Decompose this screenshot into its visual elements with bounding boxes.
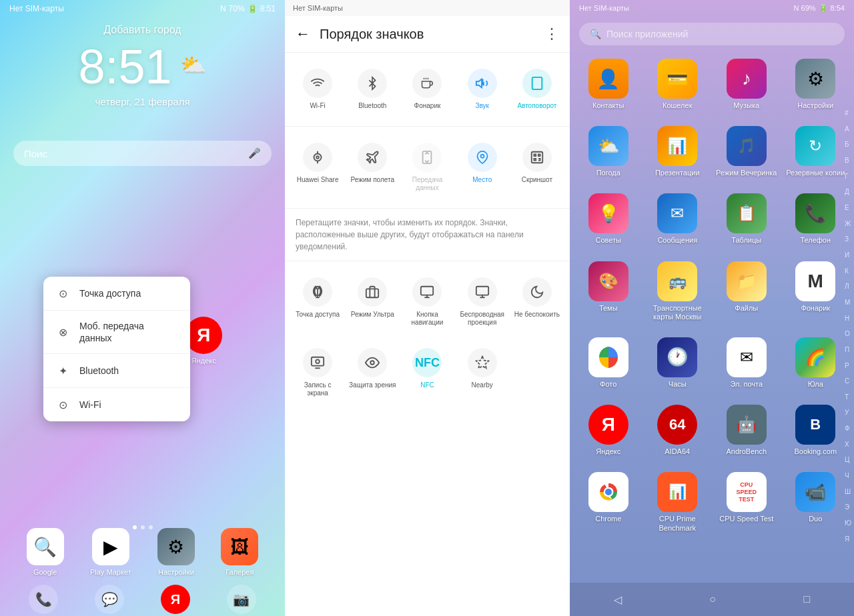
alpha-yu[interactable]: Ю [845, 519, 851, 527]
apps-search-bar[interactable]: 🔍 Поиск приложений [579, 23, 845, 45]
apps-back-btn[interactable]: ◁ [614, 593, 622, 606]
app-weather[interactable]: ⛅ Погода [575, 119, 642, 184]
app-cpu-prime[interactable]: 📊 CPU Prime Benchmark [645, 465, 711, 539]
alpha-p[interactable]: П [845, 346, 851, 353]
dock-google[interactable]: 🔍 Google [27, 528, 64, 576]
alpha-b[interactable]: Б [845, 141, 851, 148]
app-duo[interactable]: 📹 Duo [783, 465, 849, 539]
app-photos[interactable]: Фото [575, 331, 642, 395]
app-julia[interactable]: 🌈 Юла [783, 331, 849, 395]
qs-nav-key[interactable]: Кнопка навигации [400, 272, 454, 332]
app-email[interactable]: ✉ Эл. почта [713, 331, 780, 395]
alpha-sh[interactable]: Ш [845, 488, 851, 495]
alpha-kh[interactable]: Х [845, 441, 851, 448]
dock-gallery[interactable]: 🖼 Галерея [221, 528, 258, 576]
qs-autorotate[interactable]: Автоповорот [510, 63, 564, 115]
alpha-eh[interactable]: Э [845, 503, 851, 511]
alpha-g[interactable]: Г [845, 173, 851, 180]
qs-sound[interactable]: Звук [455, 63, 510, 115]
context-wifi[interactable]: ⊙ Wi-Fi [43, 388, 190, 421]
alpha-m[interactable]: М [845, 299, 851, 306]
context-mobile-data[interactable]: ⊗ Моб. передачаданных [43, 311, 190, 354]
qs-hotspot[interactable]: Точка доступа [290, 272, 345, 332]
data-transfer-icon [420, 150, 434, 165]
app-yandex-lock[interactable]: Я Яндекс [185, 317, 222, 373]
alpha-l[interactable]: Л [845, 283, 851, 290]
alpha-i[interactable]: И [845, 251, 851, 259]
qs-ultra[interactable]: Режим Ультра [345, 272, 400, 332]
app-settings-drawer[interactable]: ⚙ Настройки [783, 52, 849, 117]
alpha-u[interactable]: У [845, 409, 851, 416]
app-themes[interactable]: 🎨 Темы [575, 255, 642, 328]
app-messages[interactable]: ✉ Сообщения [645, 187, 711, 251]
dock-play[interactable]: ▶ Play Маркет [90, 528, 131, 576]
alpha-z[interactable]: З [845, 235, 851, 243]
app-phone[interactable]: 📞 Телефон [783, 187, 849, 251]
nav-camera-lock[interactable]: 📷 [227, 585, 256, 614]
alpha-n[interactable]: Н [845, 315, 851, 322]
mic-icon[interactable]: 🎤 [248, 147, 261, 159]
eye-protect-label: Защита зрения [349, 381, 396, 389]
alpha-zh[interactable]: Ж [845, 220, 851, 227]
qs-nearby[interactable]: Nearby [455, 343, 510, 403]
alpha-ch[interactable]: Ч [845, 472, 851, 479]
qs-flashlight[interactable]: Фонарик [400, 63, 454, 115]
alpha-r[interactable]: Р [845, 362, 851, 369]
alpha-t[interactable]: Т [845, 393, 851, 401]
app-chrome[interactable]: Chrome [575, 465, 642, 539]
more-button[interactable]: ⋮ [544, 25, 559, 43]
app-contacts[interactable]: 👤 Контакты [575, 52, 642, 117]
app-tables[interactable]: 📋 Таблицы [713, 187, 780, 251]
alpha-e[interactable]: Е [845, 204, 851, 211]
search-bar-lock[interactable]: Поис 🎤 [13, 141, 272, 166]
app-tips[interactable]: 💡 Советы [575, 187, 642, 251]
alpha-ya[interactable]: Я [845, 535, 851, 543]
app-presentations[interactable]: 📊 Презентации [645, 119, 711, 184]
alpha-d[interactable]: Д [845, 188, 851, 195]
app-cpu-speed[interactable]: CPUSPEEDTEST CPU Speed Test [713, 465, 780, 539]
qs-wireless-proj[interactable]: Беспроводная проекция [455, 272, 510, 332]
dock-settings[interactable]: ⚙ Настройки [157, 528, 195, 576]
qs-screenshot[interactable]: Скриншот [510, 137, 564, 197]
apps-home-btn[interactable]: ○ [709, 593, 716, 605]
qs-nfc[interactable]: NFC NFC [400, 343, 454, 403]
qs-data-transfer[interactable]: Передача данных [400, 137, 454, 197]
qs-eye-protect[interactable]: Защита зрения [345, 343, 400, 403]
app-booking[interactable]: B Booking.com [783, 398, 849, 463]
qs-airplane[interactable]: Режим полета [345, 137, 400, 197]
context-hotspot[interactable]: ⊙ Точка доступа [43, 277, 190, 311]
hotspot-qs-label: Точка доступа [296, 311, 340, 319]
app-clock[interactable]: 🕐 Часы [645, 331, 711, 395]
qs-screen-record[interactable]: Запись с экрана [290, 343, 345, 403]
nav-msg-lock[interactable]: 💬 [95, 585, 124, 614]
qs-no-disturb[interactable]: Не беспокоить [510, 272, 564, 332]
qs-huawei-share[interactable]: Huawei Share [290, 137, 345, 197]
alpha-ts[interactable]: Ц [845, 456, 851, 463]
google-label: Google [33, 568, 57, 576]
app-flashlight-m[interactable]: M Фонарик [783, 255, 849, 328]
apps-recents-btn[interactable]: □ [804, 593, 811, 605]
app-androbench[interactable]: 🤖 AndroBench [713, 398, 780, 463]
app-wallet[interactable]: 💳 Кошелек [645, 52, 711, 117]
alpha-f[interactable]: Ф [845, 425, 851, 432]
alpha-o[interactable]: О [845, 330, 851, 337]
alpha-a2[interactable]: А [845, 125, 851, 133]
back-button[interactable]: ← [296, 25, 310, 43]
app-files[interactable]: 📁 Файлы [713, 255, 780, 328]
app-party-mode[interactable]: 🎵 Режим Вечеринка [713, 119, 780, 184]
app-transport[interactable]: 🚌 Транспортные карты Москвы [645, 255, 711, 328]
qs-wifi[interactable]: Wi-Fi [290, 63, 345, 115]
app-backup[interactable]: ↻ Резервные копии [783, 119, 849, 184]
qs-bluetooth[interactable]: Bluetooth [345, 63, 400, 115]
alpha-s[interactable]: С [845, 377, 851, 385]
app-music[interactable]: ♪ Музыка [713, 52, 780, 117]
city-label[interactable]: Добавить город [0, 24, 285, 36]
nav-yandex-lock[interactable]: Я [161, 585, 190, 614]
app-aida64[interactable]: 64 AIDA64 [645, 398, 711, 463]
app-yandex[interactable]: Я Яндекс [575, 398, 642, 463]
nav-phone-lock[interactable]: 📞 [29, 585, 58, 614]
alpha-v[interactable]: В [845, 157, 851, 164]
alpha-k[interactable]: К [845, 267, 851, 275]
context-bluetooth[interactable]: ✦ Bluetooth [43, 354, 190, 388]
qs-location[interactable]: Место [455, 137, 510, 197]
